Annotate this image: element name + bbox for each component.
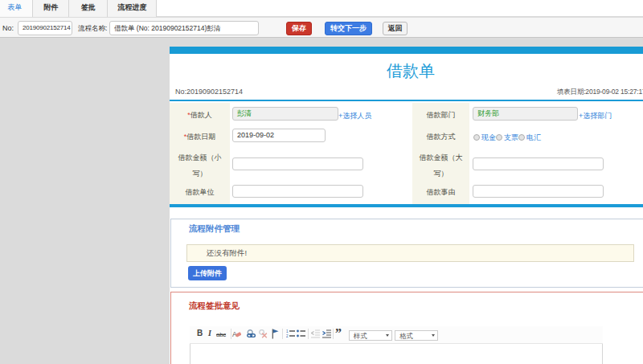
svg-text:2: 2 [286, 334, 289, 338]
svg-text:1: 1 [286, 329, 289, 333]
